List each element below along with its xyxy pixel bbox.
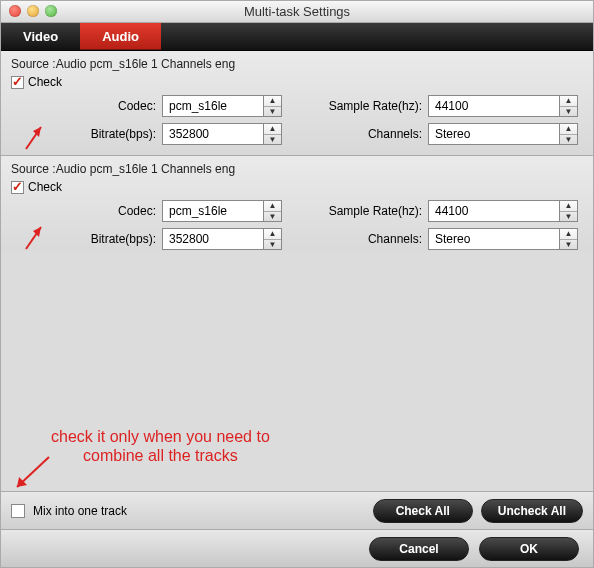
ok-button[interactable]: OK	[479, 537, 579, 561]
track-check[interactable]	[11, 76, 24, 89]
source-info: Source :Audio pcm_s16le 1 Channels eng	[11, 57, 583, 71]
samplerate-select[interactable]: 44100 ▲▼	[428, 200, 578, 222]
codec-value: pcm_s16le	[169, 204, 227, 218]
tab-bar: Video Audio	[1, 23, 593, 51]
check-all-button[interactable]: Check All	[373, 499, 473, 523]
minimize-icon[interactable]	[27, 5, 39, 17]
stepper-icon: ▲▼	[559, 96, 577, 116]
settings-window: Multi-task Settings Video Audio Source :…	[0, 0, 594, 568]
uncheck-all-button[interactable]: Uncheck All	[481, 499, 583, 523]
audio-track-1: Source :Audio pcm_s16le 1 Channels eng C…	[1, 51, 593, 156]
samplerate-value: 44100	[435, 204, 468, 218]
tab-audio[interactable]: Audio	[80, 23, 161, 50]
mix-label: Mix into one track	[33, 504, 127, 518]
titlebar: Multi-task Settings	[1, 1, 593, 23]
stepper-icon: ▲▼	[263, 201, 281, 221]
check-label: Check	[28, 180, 62, 194]
close-icon[interactable]	[9, 5, 21, 17]
tab-video[interactable]: Video	[1, 23, 80, 50]
zoom-icon[interactable]	[45, 5, 57, 17]
mix-row: Mix into one track Check All Uncheck All	[1, 491, 593, 529]
codec-value: pcm_s16le	[169, 99, 227, 113]
bitrate-value: 352800	[169, 232, 209, 246]
check-label: Check	[28, 75, 62, 89]
mix-checkbox[interactable]	[11, 504, 25, 518]
channels-label: Channels:	[312, 127, 422, 141]
stepper-icon: ▲▼	[559, 201, 577, 221]
stepper-icon: ▲▼	[559, 124, 577, 144]
channels-select[interactable]: Stereo ▲▼	[428, 123, 578, 145]
bitrate-select[interactable]: 352800 ▲▼	[162, 228, 282, 250]
content-area: Source :Audio pcm_s16le 1 Channels eng C…	[1, 51, 593, 491]
cancel-button[interactable]: Cancel	[369, 537, 469, 561]
dialog-footer: Cancel OK	[1, 529, 593, 567]
bitrate-select[interactable]: 352800 ▲▼	[162, 123, 282, 145]
window-controls	[9, 5, 57, 17]
channels-value: Stereo	[435, 232, 470, 246]
window-title: Multi-task Settings	[244, 4, 350, 19]
samplerate-select[interactable]: 44100 ▲▼	[428, 95, 578, 117]
samplerate-label: Sample Rate(hz):	[312, 99, 422, 113]
bitrate-label: Bitrate(bps):	[61, 232, 156, 246]
stepper-icon: ▲▼	[263, 124, 281, 144]
codec-label: Codec:	[61, 99, 156, 113]
stepper-icon: ▲▼	[559, 229, 577, 249]
source-info: Source :Audio pcm_s16le 1 Channels eng	[11, 162, 583, 176]
codec-select[interactable]: pcm_s16le ▲▼	[162, 200, 282, 222]
track-check[interactable]	[11, 181, 24, 194]
channels-label: Channels:	[312, 232, 422, 246]
samplerate-value: 44100	[435, 99, 468, 113]
stepper-icon: ▲▼	[263, 229, 281, 249]
bitrate-value: 352800	[169, 127, 209, 141]
samplerate-label: Sample Rate(hz):	[312, 204, 422, 218]
empty-area	[1, 251, 593, 491]
codec-select[interactable]: pcm_s16le ▲▼	[162, 95, 282, 117]
stepper-icon: ▲▼	[263, 96, 281, 116]
codec-label: Codec:	[61, 204, 156, 218]
bitrate-label: Bitrate(bps):	[61, 127, 156, 141]
channels-select[interactable]: Stereo ▲▼	[428, 228, 578, 250]
audio-track-2: Source :Audio pcm_s16le 1 Channels eng C…	[1, 156, 593, 261]
channels-value: Stereo	[435, 127, 470, 141]
